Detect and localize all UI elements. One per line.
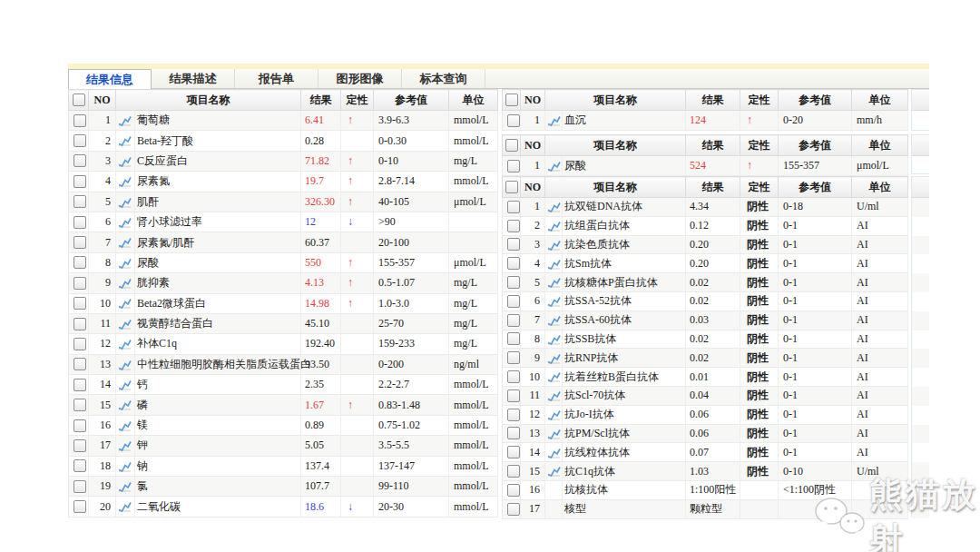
table-row[interactable]: 1抗双链DNA抗体4.34阴性0-18U/ml [503, 198, 908, 217]
row-checkbox[interactable] [507, 238, 520, 251]
table-row[interactable]: 16抗核抗体1:100阳性<1:100阴性 [503, 480, 908, 499]
table-row[interactable]: 1血沉124↑0-20mm/h [503, 111, 908, 131]
table-row[interactable]: 3抗染色质抗体0.20阴性0-1AI [503, 235, 908, 254]
table-row[interactable]: 13中性粒细胞明胶酶相关脂质运载蛋白93.500-200ng/ml [69, 354, 498, 374]
tab-result-desc[interactable]: 结果描述 [152, 69, 235, 88]
trend-line-chart-icon[interactable] [118, 501, 132, 513]
table-row[interactable]: 9胱抑素4.13↑0.5-1.07mg/L [69, 273, 498, 293]
table-row[interactable]: 19氯107.799-110mmol/L [69, 477, 498, 497]
table-row[interactable]: 15抗C1q抗体1.03阴性0-10U/ml [503, 462, 908, 481]
trend-line-chart-icon[interactable] [118, 360, 132, 371]
row-checkbox[interactable] [507, 295, 520, 308]
trend-line-chart-icon[interactable] [118, 339, 132, 350]
table-row[interactable]: 14钙2.352.2-2.7mmol/L [69, 375, 498, 395]
table-row[interactable]: 12补体C1q192.40159-233mg/L [69, 334, 498, 354]
row-checkbox[interactable] [74, 480, 86, 493]
trend-line-chart-icon[interactable] [118, 217, 132, 229]
table-row[interactable]: 13抗PM/Scl抗体0.06阴性0-1AI [503, 424, 908, 443]
trend-line-chart-icon[interactable] [118, 237, 132, 249]
trend-line-chart-icon[interactable] [547, 296, 561, 308]
table-row[interactable]: 7抗SSA-60抗体0.03阴性0-1AI [503, 310, 908, 330]
table-row[interactable]: 16镁0.890.75-1.02mmol/L [69, 415, 498, 435]
trend-line-chart-icon[interactable] [547, 240, 561, 251]
trend-line-chart-icon[interactable] [118, 135, 132, 147]
row-checkbox[interactable] [74, 154, 86, 167]
row-checkbox[interactable] [74, 500, 86, 513]
trend-line-chart-icon[interactable] [118, 156, 132, 168]
trend-line-chart-icon[interactable] [118, 115, 132, 127]
trend-line-chart-icon[interactable] [118, 319, 132, 330]
row-checkbox[interactable] [74, 175, 86, 188]
row-checkbox[interactable] [507, 484, 520, 497]
trend-line-chart-icon[interactable] [547, 448, 561, 459]
table-row[interactable]: 20二氧化碳18.6↓20-30mmol/L [69, 497, 498, 517]
row-checkbox[interactable] [507, 276, 520, 289]
row-checkbox[interactable] [74, 419, 86, 432]
row-checkbox[interactable] [507, 220, 520, 232]
table-row[interactable]: 8抗SSB抗体0.02阴性0-1AI [503, 330, 908, 349]
trend-line-chart-icon[interactable] [547, 466, 561, 478]
row-checkbox[interactable] [74, 134, 86, 147]
table-row[interactable]: 3C反应蛋白71.82↑0-10mg/L [69, 151, 498, 171]
table-row[interactable]: 7尿素氮/肌酐60.3720-100 [69, 232, 498, 252]
row-checkbox[interactable] [507, 409, 520, 421]
table-row[interactable]: 12抗Jo-I抗体0.06阴性0-1AI [503, 405, 908, 424]
trend-line-chart-icon[interactable] [118, 440, 132, 452]
row-checkbox[interactable] [74, 195, 86, 208]
tab-sample-query[interactable]: 标本查询 [402, 69, 485, 88]
row-checkbox[interactable] [74, 236, 86, 249]
table-row[interactable]: 9抗RNP抗体0.02阴性0-1AI [503, 349, 908, 368]
row-checkbox[interactable] [507, 314, 520, 327]
select-all-checkbox[interactable] [505, 181, 518, 193]
trend-line-chart-icon[interactable] [547, 161, 561, 172]
row-checkbox[interactable] [74, 459, 86, 472]
row-checkbox[interactable] [74, 338, 86, 350]
trend-line-chart-icon[interactable] [118, 176, 132, 188]
row-checkbox[interactable] [507, 370, 520, 383]
row-checkbox[interactable] [507, 332, 520, 345]
row-checkbox[interactable] [507, 389, 520, 402]
trend-line-chart-icon[interactable] [547, 221, 561, 232]
row-checkbox[interactable] [74, 358, 86, 370]
row-checkbox[interactable] [74, 297, 86, 310]
table-row[interactable]: 10抗着丝粒B蛋白抗体0.01阴性0-1AI [503, 368, 908, 387]
table-row[interactable]: 17核型颗粒型 [503, 499, 908, 518]
trend-line-chart-icon[interactable] [118, 399, 132, 411]
row-checkbox[interactable] [507, 160, 520, 172]
row-checkbox[interactable] [74, 216, 86, 229]
table-row[interactable]: 6肾小球滤过率12↓>90 [69, 212, 498, 232]
trend-line-chart-icon[interactable] [547, 202, 561, 213]
trend-line-chart-icon[interactable] [547, 334, 561, 346]
select-all-checkbox[interactable] [505, 94, 518, 106]
trend-line-chart-icon[interactable] [547, 277, 561, 289]
table-row[interactable]: 5抗核糖体P蛋白抗体0.02阴性0-1AI [503, 273, 908, 292]
row-checkbox[interactable] [74, 379, 86, 391]
row-checkbox[interactable] [507, 114, 520, 127]
table-row[interactable]: 4抗Sm抗体0.20阴性0-1AI [503, 254, 908, 273]
row-checkbox[interactable] [507, 427, 520, 439]
table-row[interactable]: 1尿酸524↑155-357μmol/L [503, 156, 908, 176]
table-row[interactable]: 15磷1.67↑0.83-1.48mmol/L [69, 395, 498, 415]
trend-line-chart-icon[interactable] [118, 481, 132, 493]
trend-line-chart-icon[interactable] [118, 298, 132, 310]
tab-result-info[interactable]: 结果信息 [68, 69, 152, 90]
row-checkbox[interactable] [507, 465, 520, 478]
table-row[interactable]: 6抗SSA-52抗体0.02阴性0-1AI [503, 291, 908, 310]
trend-line-chart-icon[interactable] [547, 409, 561, 421]
row-checkbox[interactable] [74, 399, 86, 411]
trend-line-chart-icon[interactable] [118, 258, 132, 270]
row-checkbox[interactable] [507, 257, 520, 270]
row-checkbox[interactable] [507, 351, 520, 364]
row-checkbox[interactable] [74, 439, 86, 452]
row-checkbox[interactable] [507, 201, 520, 213]
trend-line-chart-icon[interactable] [118, 461, 132, 473]
table-row[interactable]: 5肌酐326.30↑40-105μmol/L [69, 192, 498, 212]
table-row[interactable]: 4尿素氮19.7↑2.8-7.14mmol/L [69, 172, 498, 192]
row-checkbox[interactable] [507, 446, 520, 458]
trend-line-chart-icon[interactable] [547, 259, 561, 271]
table-row[interactable]: 11视黄醇结合蛋白45.1025-70mg/L [69, 313, 498, 333]
row-checkbox[interactable] [74, 256, 86, 269]
trend-line-chart-icon[interactable] [547, 353, 561, 365]
table-row[interactable]: 17钾5.053.5-5.5mmol/L [69, 436, 498, 456]
select-all-checkbox[interactable] [73, 94, 85, 106]
